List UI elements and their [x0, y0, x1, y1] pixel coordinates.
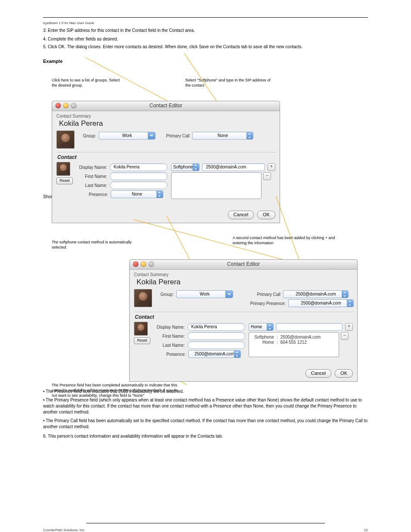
window-title: Contact Editor: [130, 261, 357, 267]
titlebar: Contact Editor: [52, 101, 280, 111]
first-name-field[interactable]: [187, 332, 245, 340]
presence-label: Presence:: [155, 352, 186, 357]
avatar: [134, 289, 152, 307]
method-type-select[interactable]: Home: [249, 323, 274, 331]
stepper-icon: [246, 132, 253, 139]
remove-method-button[interactable]: −: [263, 172, 271, 180]
titlebar: Contact Editor: [130, 260, 357, 270]
last-name-label: Last Name:: [155, 343, 185, 348]
display-name-field[interactable]: Kokila Perera: [110, 163, 168, 171]
ok-button[interactable]: OK: [335, 369, 353, 378]
step-6: 6. This person's contact information and…: [43, 433, 368, 439]
callout-group: Click here to see a list of groups. Sele…: [52, 78, 125, 88]
first-name-field[interactable]: [110, 172, 168, 180]
primary-presence-select[interactable]: 2500@domainA.com: [288, 299, 354, 307]
primary-call-select[interactable]: None: [192, 132, 253, 140]
last-name-field[interactable]: [110, 181, 168, 189]
reset-button[interactable]: Reset: [134, 337, 150, 344]
doc-title: eyeBeam 1.5 for Mac User Guide: [43, 21, 94, 25]
remove-method-button[interactable]: −: [341, 332, 349, 340]
contact-name: Kokila Perera: [59, 119, 276, 128]
contact-name: Kokila Perera: [137, 278, 354, 286]
footer-company: CounterPath Solutions, Inc.: [43, 528, 85, 532]
bullet-3: • The Primary Call field has been automa…: [43, 418, 368, 430]
summary-label: Contact Summary: [134, 272, 354, 277]
method-value-field[interactable]: 2500@domainA.com: [202, 163, 265, 171]
cancel-button[interactable]: Cancel: [228, 211, 254, 219]
methods-list: Softphone:2500@domainA.com Home:604 555 …: [249, 332, 339, 357]
list-item: Home:604 555 1212: [252, 340, 336, 345]
method-value-field[interactable]: [276, 323, 342, 331]
avatar-small: [56, 162, 70, 176]
list-item: Softphone:2500@domainA.com: [252, 335, 336, 339]
presence-select[interactable]: 2500@domainA.com: [188, 350, 241, 358]
presence-label: Presence:: [77, 192, 108, 197]
presence-select[interactable]: None: [111, 190, 163, 198]
callout-presence-auto: The Presence field has been completed au…: [52, 383, 181, 398]
first-name-label: First Name:: [77, 174, 107, 179]
group-select[interactable]: Work: [176, 290, 233, 298]
contact-editor-dialog-after: Contact Editor Contact Summary Kokila Pe…: [129, 259, 358, 382]
dropdown-icon: [148, 132, 155, 139]
display-name-label: Display Name:: [77, 165, 107, 170]
group-select[interactable]: Work: [99, 132, 156, 140]
last-name-field[interactable]: [187, 341, 245, 349]
contact-editor-dialog-before: Contact Editor Contact Summary Kokila Pe…: [52, 101, 280, 223]
display-name-label: Display Name:: [155, 325, 185, 330]
contact-section-heading: Contact: [135, 314, 354, 320]
method-type-select[interactable]: Softphone: [171, 163, 199, 171]
step-3: 3. Enter the SIP address for this contac…: [43, 28, 368, 34]
callout-softphone: Select "Softphone" and type in the SIP a…: [185, 78, 271, 88]
step-4: 4. Complete the other fields as desired.: [43, 36, 368, 42]
group-label: Group:: [79, 134, 96, 138]
cancel-button[interactable]: Cancel: [305, 369, 331, 378]
add-method-button[interactable]: +: [345, 323, 353, 331]
last-name-label: Last Name:: [77, 183, 107, 188]
reset-button[interactable]: Reset: [56, 177, 73, 184]
primary-call-label: Primary Call: [162, 134, 190, 138]
primary-presence-label: Primary Presence:: [244, 301, 286, 306]
avatar: [56, 131, 75, 149]
callout-second-method: A second contact method has been added b…: [233, 235, 345, 246]
summary-label: Contact Summary: [56, 114, 276, 118]
contact-section-heading: Contact: [57, 154, 276, 160]
primary-call-label: Primary Call: [246, 292, 280, 297]
avatar-small: [134, 322, 148, 336]
add-method-button[interactable]: +: [268, 163, 275, 171]
window-title: Contact Editor: [52, 103, 280, 109]
display-name-field[interactable]: Kokila Perera: [187, 323, 245, 331]
methods-list: [171, 172, 262, 199]
callout-auto-selected: The softphone contact method is automati…: [52, 240, 142, 250]
page-number: 22: [364, 528, 368, 532]
group-label: Group:: [156, 292, 174, 297]
step-5: 5. Click OK. The dialog closes. Enter mo…: [43, 44, 368, 50]
ok-button[interactable]: OK: [257, 211, 275, 219]
first-name-label: First Name:: [155, 334, 185, 339]
bullet-2: • The Primary Presence field (which only…: [43, 397, 368, 415]
primary-call-select[interactable]: 2500@domainA.com: [283, 290, 349, 298]
